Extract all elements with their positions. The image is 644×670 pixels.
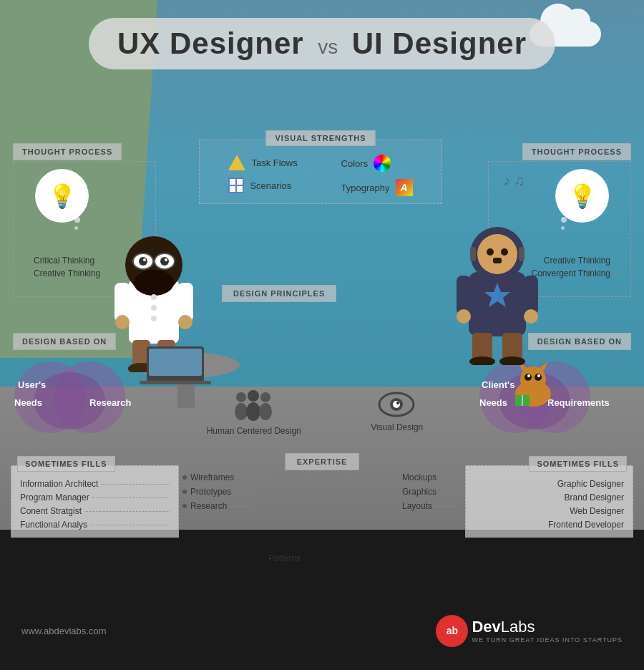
title-vs: vs (318, 36, 338, 58)
svg-point-32 (457, 309, 471, 324)
sf-left-label: SOMETIMES FILLS (17, 456, 115, 472)
visual-strengths-label: VISUAL STRENGTHS (265, 130, 375, 146)
svg-point-24 (477, 234, 517, 274)
svg-rect-21 (469, 272, 526, 336)
design-based-on-left-label: DESIGN BASED ON (13, 333, 116, 350)
svg-point-11 (151, 305, 157, 311)
expertise-right-col: Mockups Graphics Layouts (402, 472, 462, 511)
ui-character (454, 193, 540, 368)
svg-point-45 (537, 374, 540, 377)
company-logo: ab DevLabs WE TURN GREAT IDEAS INTO STAR… (436, 615, 623, 647)
design-based-on-right-label: DESIGN BASED ON (528, 333, 631, 350)
expertise-left-col: Wireframes Prototypes Research (182, 472, 259, 511)
typography-item: Typography A (341, 179, 413, 196)
prototypes-item: Prototypes (182, 487, 259, 497)
svg-point-39 (520, 366, 546, 392)
sometimes-fills-left: SOMETIMES FILLS Information Architect Pr… (11, 465, 179, 538)
svg-rect-29 (519, 247, 525, 261)
svg-point-9 (165, 258, 167, 261)
sf-left-item-2: Conent Stratgist (20, 506, 170, 516)
sf-left-items: Information Architect Program Manager Co… (20, 479, 170, 530)
svg-rect-30 (457, 276, 471, 315)
scenarios-item: Scenarios (228, 178, 297, 193)
colors-item: Colors (341, 155, 413, 172)
research-item: Research (182, 501, 259, 511)
wireframes-item: Wireframes (182, 472, 259, 482)
svg-point-44 (527, 374, 530, 377)
svg-point-58 (246, 402, 260, 421)
logo-circle: ab (436, 615, 468, 647)
svg-point-15 (115, 315, 130, 329)
svg-point-10 (151, 294, 157, 300)
design-principles-label: DESIGN PRINCIPLES (222, 285, 336, 302)
svg-point-8 (143, 258, 146, 261)
logo-wordmark: DevLabs (472, 618, 623, 636)
sf-right-item-2: Web Designer (567, 506, 624, 516)
svg-point-59 (260, 392, 270, 402)
svg-point-64 (396, 402, 399, 404)
logo-tagline: WE TURN GREAT IDEAS INTO STARTUPS (472, 636, 623, 644)
svg-rect-27 (493, 258, 502, 263)
svg-point-57 (248, 390, 259, 402)
svg-rect-28 (470, 247, 476, 261)
sometimes-fills-right: SOMETIMES FILLS Graphic Designer Brand D… (465, 465, 633, 538)
svg-rect-31 (524, 276, 538, 315)
svg-point-25 (487, 248, 494, 256)
expertise-items: Wireframes Prototypes Research Mockups G… (182, 472, 462, 511)
svg-point-26 (501, 248, 508, 256)
title-container: UX Designer vs UI Designer (89, 18, 555, 69)
svg-point-33 (524, 309, 538, 324)
svg-point-12 (151, 316, 157, 321)
sf-right-item-1: Brand Designer (562, 492, 624, 502)
sf-right-items: Graphic Designer Brand Designer Web Desi… (474, 479, 624, 530)
sf-left-item-0: Information Architect (20, 479, 170, 489)
svg-point-6 (139, 257, 147, 266)
footer: www.abdevlabs.com ab DevLabs WE TURN GRE… (0, 591, 644, 670)
svg-point-63 (393, 401, 400, 408)
visual-strengths-box: VISUAL STRENGTHS Task Flows Scenarios Co… (199, 140, 442, 204)
title-ui: UI Designer (352, 26, 527, 60)
title-ux: UX Designer (117, 26, 304, 60)
thought-process-left-label: THOUGHT PROCESS (13, 143, 122, 160)
bulb-left: 💡 (35, 169, 89, 223)
svg-point-60 (259, 403, 272, 420)
svg-rect-54 (140, 381, 211, 384)
mockups-item: Mockups (402, 472, 462, 482)
sf-left-item-1: Program Manager (20, 492, 170, 502)
creative-thinking-text: Creative Thinking Convergent Thinking (531, 256, 623, 278)
expertise-label: EXPERTISE (286, 453, 359, 470)
footer-url: www.abdevlabs.com (21, 624, 107, 637)
patterns-item: Patterns (268, 553, 301, 563)
svg-point-2 (134, 270, 174, 296)
vd-item: Visual Design (371, 390, 423, 436)
svg-rect-53 (149, 349, 202, 376)
thought-process-right-label: THOUGHT PROCESS (522, 143, 631, 160)
layouts-item: Layouts (402, 501, 462, 511)
svg-point-7 (160, 257, 169, 266)
svg-point-16 (178, 315, 192, 329)
sf-right-item-3: Frontend Developer (545, 520, 624, 530)
graphics-item: Graphics (402, 487, 462, 497)
laptop (140, 345, 211, 387)
sf-right-label: SOMETIMES FILLS (529, 456, 627, 472)
task-flows-item: Task Flows (228, 155, 297, 170)
critical-thinking-text: Critical Thinking Creative Thinking (21, 256, 100, 278)
sf-left-item-3: Functional Analys (20, 520, 170, 530)
sf-right-item-0: Graphic Designer (555, 479, 624, 489)
bulb-right: 💡 (555, 169, 609, 223)
